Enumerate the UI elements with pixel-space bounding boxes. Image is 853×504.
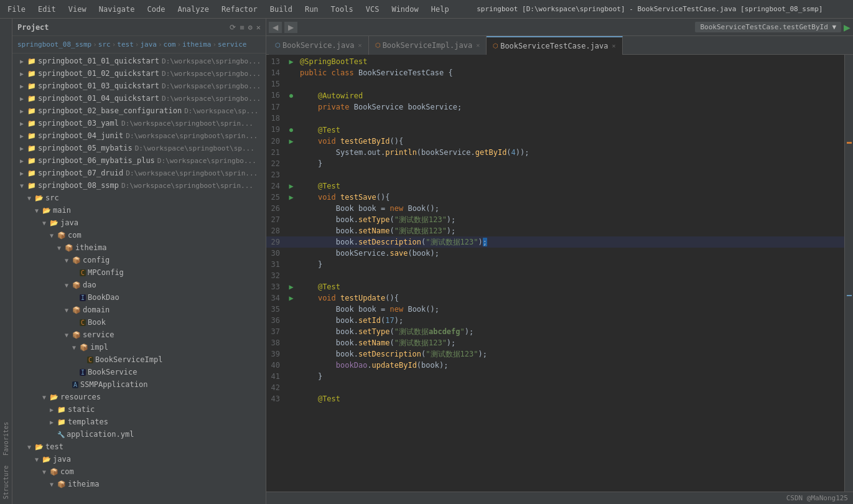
code-editor[interactable]: 13 ▶ @SpringBootTest 14 public class Boo…	[266, 55, 853, 492]
module-icon: 📁	[27, 107, 36, 115]
gutter-run-24[interactable]: ▶	[289, 182, 293, 190]
menu-analyze[interactable]: Analyze	[175, 4, 212, 15]
tree-item-02base[interactable]: ▶ 📁 springboot_02_base_configuration D:\…	[12, 105, 266, 117]
tree-item-04junit[interactable]: ▶ 📁 springboot_04_junit D:\workspace\spr…	[12, 129, 266, 142]
tree-item-src[interactable]: ▼ 📂 src	[12, 192, 266, 204]
tree-item-07druid[interactable]: ▶ 📁 springboot_07_druid D:\workspace\spr…	[12, 167, 266, 179]
tree-item-bookservice[interactable]: ▶ I BookService	[12, 366, 266, 378]
menu-build[interactable]: Build	[268, 4, 295, 15]
tree-item-static[interactable]: ▶ 📁 static	[12, 403, 266, 416]
tree-item-03[interactable]: ▶ 📁 springboot_01_03_quickstart D:\works…	[12, 80, 266, 92]
run-all-button[interactable]: ▶	[844, 22, 851, 32]
left-tab-structure[interactable]: Structure	[0, 460, 12, 504]
module-icon: 📁	[27, 70, 36, 78]
tree-item-06mybatisplus[interactable]: ▶ 📁 springboot_06_mybatis_plus D:\worksp…	[12, 154, 266, 167]
method-nav[interactable]: BookServiceTestCase.testGetById ▼	[695, 22, 841, 32]
menu-navigate[interactable]: Navigate	[96, 4, 138, 15]
tab-bookserviceimpl[interactable]: ⬡ BookServiceImpl.java ✕	[369, 36, 487, 55]
left-tab-favorites[interactable]: Favorites	[0, 417, 12, 460]
tree-item-02[interactable]: ▶ 📁 springboot_01_02_quickstart D:\works…	[12, 67, 266, 80]
tab-close-icon[interactable]: ✕	[476, 42, 480, 49]
scroll-position-marker	[847, 142, 852, 144]
tree-item-config[interactable]: ▼ 📦 config	[12, 254, 266, 266]
tree-item-01[interactable]: ▶ 📁 springboot_01_01_quickstart D:\works…	[12, 55, 266, 67]
run-method-icon[interactable]: ▶	[289, 137, 293, 146]
menu-vcs[interactable]: VCS	[363, 4, 382, 15]
run-testupdate-icon[interactable]: ▶	[289, 294, 293, 302]
tree-item-mpconfig[interactable]: ▶ C MPConfig	[12, 266, 266, 279]
tree-item-03yaml[interactable]: ▶ 📁 springboot_03_yaml D:\workspace\spri…	[12, 117, 266, 129]
gutter-run-icon[interactable]: ▶	[289, 57, 293, 66]
tree-item-bookdao[interactable]: ▶ I BookDao	[12, 291, 266, 304]
arrow-icon: ▼	[20, 182, 27, 189]
menu-code[interactable]: Code	[145, 4, 168, 15]
tree-item-com-main[interactable]: ▼ 📦 com	[12, 229, 266, 241]
gutter-marker-run: ●	[289, 126, 293, 133]
menu-file[interactable]: File	[5, 4, 28, 15]
code-line-40: 40 bookDao.updateById(book);	[266, 360, 844, 371]
tree-item-05mybatis[interactable]: ▶ 📁 springboot_05_mybatis D:\workspace\s…	[12, 142, 266, 154]
code-content[interactable]: 13 ▶ @SpringBootTest 14 public class Boo…	[266, 55, 844, 492]
bc-service[interactable]: service	[218, 40, 246, 49]
test-dot-icon: ⬡	[493, 42, 498, 49]
arrow-icon: ▼	[27, 444, 35, 450]
menu-tools[interactable]: Tools	[329, 4, 356, 15]
bc-itheima[interactable]: itheima	[182, 40, 211, 49]
tree-item-appyml[interactable]: ▶ 🔧 application.yml	[12, 428, 266, 441]
gear-icon[interactable]: ⚙	[248, 23, 253, 32]
bc-test[interactable]: test	[117, 40, 134, 49]
bc-src[interactable]: src	[98, 40, 111, 49]
tree-path: D:\workspace\springboot\sprin...	[121, 182, 253, 190]
bc-java[interactable]: java	[140, 40, 157, 49]
nav-back-button[interactable]: ◀	[269, 22, 282, 33]
sync-icon[interactable]: ⟳	[230, 23, 236, 32]
menu-refactor[interactable]: Refactor	[219, 4, 260, 15]
tree-item-ssmpapp[interactable]: ▶ A SSMPApplication	[12, 378, 266, 391]
tree-label: springboot_07_druid	[38, 169, 123, 177]
gutter-run-33[interactable]: ▶	[289, 282, 293, 291]
tree-item-domain[interactable]: ▼ 📦 domain	[12, 304, 266, 316]
tree-item-08ssmp[interactable]: ▼ 📁 springboot_08_ssmp D:\workspace\spri…	[12, 179, 266, 192]
tree-item-java-main[interactable]: ▼ 📂 java	[12, 217, 266, 229]
tab-close-icon[interactable]: ✕	[612, 42, 616, 49]
code-line-21: 21 System.out.println(bookService.getByI…	[266, 147, 844, 158]
tree-item-test[interactable]: ▼ 📂 test	[12, 441, 266, 453]
code-line-22: 22 }	[266, 158, 844, 169]
code-line-43: 43 @Test	[266, 393, 844, 404]
tree-item-resources[interactable]: ▼ 📂 resources	[12, 391, 266, 403]
arrow-icon: ▼	[50, 232, 57, 239]
tree-path: D:\workspace\springboot\sprin...	[126, 169, 258, 177]
tab-bookservice[interactable]: ⬡ BookService.java ✕	[269, 36, 369, 55]
menu-view[interactable]: View	[66, 4, 89, 15]
tree-label: itheima	[75, 243, 107, 252]
tree-item-impl[interactable]: ▼ 📦 impl	[12, 341, 266, 353]
tree-item-java-test[interactable]: ▼ 📂 java	[12, 453, 266, 465]
close-icon[interactable]: ✕	[256, 23, 261, 32]
tree-item-04[interactable]: ▶ 📁 springboot_01_04_quickstart D:\works…	[12, 92, 266, 105]
bc-com[interactable]: com	[164, 40, 176, 49]
menu-help[interactable]: Help	[429, 4, 452, 15]
tab-close-icon[interactable]: ✕	[358, 42, 362, 49]
tree-item-main[interactable]: ▼ 📂 main	[12, 204, 266, 217]
arrow-icon: ▶	[20, 145, 27, 152]
collapse-icon[interactable]: ≡	[240, 23, 244, 32]
tree-item-com-test[interactable]: ▼ 📦 com	[12, 465, 266, 478]
tab-bookservicetestcase[interactable]: ⬡ BookServiceTestCase.java ✕	[487, 36, 622, 55]
menu-edit[interactable]: Edit	[35, 4, 58, 15]
menu-window[interactable]: Window	[389, 4, 421, 15]
tree-item-itheima-test[interactable]: ▼ 📦 itheima	[12, 478, 266, 490]
tree-label: application.yml	[67, 430, 134, 439]
menu-run[interactable]: Run	[302, 4, 321, 15]
tree-label: com	[68, 231, 82, 240]
tree-item-itheima[interactable]: ▼ 📦 itheima	[12, 241, 266, 254]
tree-item-bookserviceimpl[interactable]: ▶ C BookServiceImpl	[12, 353, 266, 366]
bc-project[interactable]: springboot_08_ssmp	[17, 40, 91, 49]
tree-item-book[interactable]: ▶ C Book	[12, 316, 266, 329]
arrow-icon: ▼	[42, 394, 50, 401]
tree-item-dao[interactable]: ▼ 📦 dao	[12, 279, 266, 291]
tree-label: resources	[60, 393, 101, 401]
nav-forward-button[interactable]: ▶	[284, 22, 297, 33]
tree-item-service[interactable]: ▼ 📦 service	[12, 329, 266, 341]
run-testsave-icon[interactable]: ▶	[289, 193, 293, 202]
tree-item-templates[interactable]: ▶ 📁 templates	[12, 416, 266, 428]
